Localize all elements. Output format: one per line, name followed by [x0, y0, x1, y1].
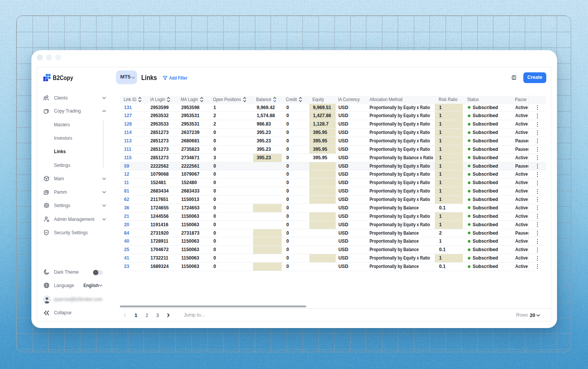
svg-text:P: P [45, 191, 47, 194]
